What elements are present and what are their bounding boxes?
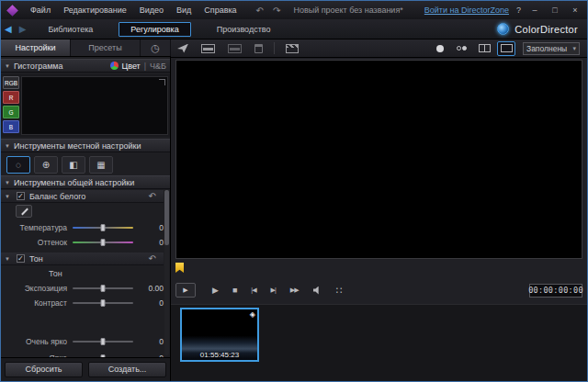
tint-slider[interactable] xyxy=(73,242,133,243)
directorzone-signin-link[interactable]: Войти на DirectorZone xyxy=(424,6,509,15)
fit-mode-dropdown[interactable]: Заполнены ▾ xyxy=(523,42,580,55)
color-mode-button[interactable]: Цвет xyxy=(122,62,141,71)
previous-frame-button[interactable]: |◀ xyxy=(251,286,255,294)
channel-r-button[interactable]: R xyxy=(3,91,19,104)
history-tab[interactable]: ◷ xyxy=(141,39,171,56)
expand-histogram-icon[interactable] xyxy=(159,79,165,85)
channel-b-button[interactable]: B xyxy=(3,120,19,133)
fit-mode-value: Заполнены xyxy=(526,44,567,53)
project-title: Новый проект без названия* xyxy=(293,6,402,15)
grid-view-icon[interactable]: ∷ xyxy=(336,285,343,297)
contrast-label: Контраст xyxy=(1,298,73,308)
compare-dual-circle-icon[interactable] xyxy=(457,46,467,51)
clip-thumbnail[interactable]: ◈ 01:55:45:23 xyxy=(180,308,259,362)
menu-help[interactable]: Справка xyxy=(198,1,243,19)
menu-view[interactable]: Вид xyxy=(170,1,198,19)
slider-thumb[interactable] xyxy=(101,299,106,307)
scrollbar-thumb[interactable] xyxy=(164,190,169,245)
preview-toolbar: Заполнены ▾ xyxy=(171,39,587,58)
slider-thumb[interactable] xyxy=(101,338,106,345)
whites-row: Очень ярко 0 xyxy=(1,335,164,348)
mask-tool[interactable]: ▦ xyxy=(89,156,113,174)
tab-settings[interactable]: Настройки xyxy=(1,39,71,56)
reset-white-balance-icon[interactable]: ↶ xyxy=(149,191,156,201)
bw-mode-button[interactable]: Ч&Б xyxy=(150,62,166,71)
panel-scrollbar[interactable] xyxy=(164,190,169,355)
next-frame-button[interactable]: ▶| xyxy=(271,286,276,294)
tone-checkbox[interactable]: ✓ xyxy=(17,254,25,263)
filmstrip-remove-icon[interactable] xyxy=(228,44,242,53)
local-tools-header[interactable]: ▼ Инструменты местной настройки xyxy=(1,139,170,152)
maximize-button[interactable]: □ xyxy=(548,6,561,15)
close-button[interactable]: × xyxy=(569,6,582,15)
clapperboard-icon[interactable] xyxy=(286,44,299,53)
menu-edit[interactable]: Редактирование xyxy=(57,1,133,19)
menu-file[interactable]: Файл xyxy=(24,1,57,19)
histogram-box: RGB R G B xyxy=(1,74,170,137)
volume-icon[interactable] xyxy=(313,286,322,295)
histogram-title: Гистограмма xyxy=(14,62,63,71)
tab-library[interactable]: Библиотека xyxy=(37,23,104,36)
help-button[interactable]: ? xyxy=(516,6,521,15)
local-tools-title: Инструменты местной настройки xyxy=(14,141,141,151)
global-tools-title: Инструменты общей настройки xyxy=(14,178,134,187)
collapse-icon[interactable]: ▼ xyxy=(5,194,10,199)
white-balance-header[interactable]: ▼ ✓ Баланс белого ↶ xyxy=(1,190,164,203)
plane-icon[interactable] xyxy=(177,44,188,53)
create-preset-button[interactable]: Создать... xyxy=(88,362,166,377)
temperature-label: Температура xyxy=(1,223,73,232)
channel-rgb-button[interactable]: RGB xyxy=(3,76,19,89)
tab-adjustment[interactable]: Регулировка xyxy=(119,22,190,37)
minimize-button[interactable]: – xyxy=(528,6,541,15)
slider-thumb[interactable] xyxy=(101,224,106,231)
slider-thumb[interactable] xyxy=(101,285,106,292)
channel-buttons: RGB R G B xyxy=(3,76,19,135)
collapse-icon[interactable]: ▼ xyxy=(5,143,10,149)
collapse-icon[interactable]: ▼ xyxy=(5,256,10,262)
stop-button[interactable]: ■ xyxy=(232,286,236,295)
local-tools-row: ◌ ⊕ ◧ ▦ xyxy=(1,154,170,174)
clip-marker-icon[interactable] xyxy=(175,263,184,273)
redo-icon[interactable]: ↷ xyxy=(273,6,280,16)
white-balance-title: Баланс белого xyxy=(29,192,85,201)
adjustment-scroll-area: ▼ ✓ Баланс белого ↶ Температура 0 Оттено… xyxy=(1,190,170,357)
compare-circle-icon[interactable] xyxy=(436,45,444,52)
white-balance-checkbox[interactable]: ✓ xyxy=(17,192,25,200)
split-view-button[interactable] xyxy=(475,41,493,56)
titlebar: Файл Редактирование Видео Вид Справка ↶ … xyxy=(1,1,587,19)
collapse-icon[interactable]: ▼ xyxy=(5,180,10,185)
app-logo-icon xyxy=(6,5,18,17)
global-tools-header[interactable]: ▼ Инструменты общей настройки xyxy=(1,175,170,189)
adjustment-brush-tool[interactable]: ◌ xyxy=(6,156,30,174)
tab-presets[interactable]: Пресеты xyxy=(71,39,141,56)
filmstrip-add-icon[interactable] xyxy=(201,44,215,53)
histogram-header[interactable]: ▼ Гистограмма Цвет | Ч&Б xyxy=(1,59,170,73)
gradient-filter-tool[interactable]: ◧ xyxy=(62,156,85,174)
play-in-preview-button[interactable]: ▶ xyxy=(175,283,196,298)
single-view-button[interactable] xyxy=(497,41,515,56)
tab-production[interactable]: Производство xyxy=(206,23,282,36)
back-button[interactable]: ◀ xyxy=(5,24,12,34)
tone-header[interactable]: ▼ ✓ Тон ↶ xyxy=(1,253,164,265)
radial-filter-tool[interactable]: ⊕ xyxy=(34,156,58,174)
reset-button[interactable]: Сбросить xyxy=(5,362,83,377)
undo-icon[interactable]: ↶ xyxy=(256,6,264,16)
trash-icon[interactable] xyxy=(254,44,263,53)
channel-g-button[interactable]: G xyxy=(3,106,19,118)
forward-button[interactable]: ▶ xyxy=(19,24,27,34)
white-balance-eyedropper-icon[interactable] xyxy=(16,205,32,218)
slider-thumb[interactable] xyxy=(101,239,106,246)
fast-forward-button[interactable]: ▶▶ xyxy=(290,286,299,294)
adjustment-panel: Настройки Пресеты ◷ ▼ Гистограмма Цвет |… xyxy=(1,39,171,381)
transport-controls: ▶ ▶ ■ |◀ ▶| ▶▶ ∷ 00:00:00:00 xyxy=(175,280,582,300)
temperature-slider[interactable] xyxy=(73,227,133,229)
contrast-slider[interactable] xyxy=(73,302,133,304)
menu-video[interactable]: Видео xyxy=(133,1,170,19)
reset-tone-icon[interactable]: ↶ xyxy=(149,253,156,264)
exposure-slider[interactable] xyxy=(73,287,133,289)
workspace-navbar: ◀ ▶ Библиотека Регулировка Производство … xyxy=(1,19,587,39)
whites-slider[interactable] xyxy=(73,341,133,343)
play-button[interactable]: ▶ xyxy=(212,286,218,295)
video-preview[interactable] xyxy=(175,60,582,259)
collapse-icon[interactable]: ▼ xyxy=(5,63,10,69)
